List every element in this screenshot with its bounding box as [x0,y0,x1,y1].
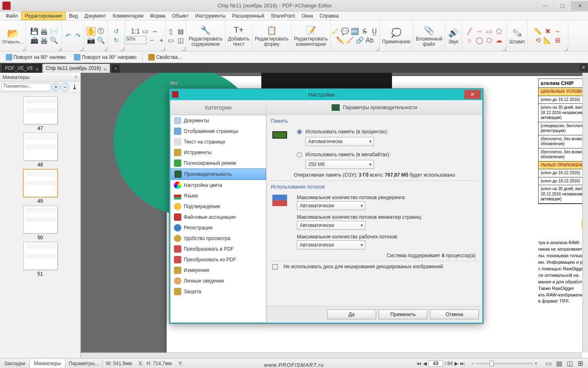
status-params[interactable]: Параметры... [65,361,102,366]
thumbs-zoom-out-button[interactable]: − [61,83,69,91]
menu-tools[interactable]: Инструменты [192,12,229,20]
snapshot-icon[interactable]: 📷 [87,36,96,45]
menu-help[interactable]: Справка [316,12,342,20]
redo-icon[interactable]: ↷ [74,31,82,40]
email-icon[interactable]: ✉️ [49,27,58,36]
layout-status-icon[interactable]: ▭ [544,359,553,368]
menu-document[interactable]: Документ [81,12,109,20]
fit-page-icon[interactable]: ▭ [141,27,150,36]
stamp-icon[interactable]: 🗞️ [511,27,523,38]
cat-fullscreen[interactable]: Полноэкранный режим [171,158,266,168]
maximize-button[interactable]: ▢ [554,1,571,10]
zoom-slider[interactable] [476,363,533,364]
rotate-left-button[interactable]: Поворот на 90° налево [3,53,68,61]
cat-color[interactable]: Настройка цвета [171,180,266,191]
nav-last-icon[interactable]: ⏭ [460,361,465,366]
layout-cover-icon[interactable]: ◫ [176,36,185,45]
cat-accessibility[interactable]: Удобство просмотра [171,233,266,244]
tab-close-icon[interactable]: ✕ [35,67,38,70]
dialog-yes-button[interactable]: Да [327,310,376,319]
dialog-close-button[interactable]: ✕ [464,90,481,99]
fit-actual-icon[interactable]: 1:1 [131,27,140,36]
menu-advanced[interactable]: Расширенный [229,12,268,20]
text-select-icon[interactable]: Ⓣ [96,27,105,36]
undo-icon[interactable]: ↶ [64,31,73,40]
mem-mb-combo[interactable]: 250 Мб [305,160,374,169]
tabbar-close-button[interactable]: ✕ [580,64,587,71]
link-icon[interactable]: 🔗 [355,36,364,45]
menu-edit[interactable]: Редактирование [21,12,66,20]
cache-checkbox[interactable] [272,264,278,269]
thumb-item-selected[interactable]: 49 [22,169,59,204]
cat-tools[interactable]: Иструменты [171,147,266,158]
cat-confirm[interactable]: Подтверждение [171,201,266,212]
cat-documents[interactable]: Документы [171,115,266,126]
edit-content-icon[interactable]: 🔧 [200,25,211,36]
cat-from-pdf[interactable]: Преобразовать из PDF [171,254,266,265]
cat-identity[interactable]: Личные сведения [171,276,266,286]
mem-mb-radio[interactable] [297,152,302,157]
menu-form[interactable]: Форма [147,12,168,20]
thumb-item[interactable]: 51 [22,242,59,277]
sound-icon[interactable]: 🔊 [448,27,459,38]
edit-comments-icon[interactable]: 📝 [305,25,316,36]
pencil-icon[interactable]: ✏️ [336,36,345,45]
tab-close-icon[interactable]: ✕ [103,67,107,70]
categories-list[interactable]: Документы Отображение страницы Текст на … [170,115,266,323]
menu-windows[interactable]: Окна [298,12,316,20]
render-threads-combo[interactable]: Автоматически [297,201,365,210]
print-icon[interactable]: 🖨️ [40,27,49,36]
rotate-cw-icon[interactable]: ↻ [112,36,121,45]
properties-button[interactable]: Свойства... [146,53,184,61]
nav-next-icon[interactable]: ▶ [454,361,458,366]
hand-icon[interactable]: ✋ [87,27,96,36]
doc-tab-2[interactable]: Chip №11 (ноябрь 2016)✕ [42,64,110,73]
thumbs-zoom-in-button[interactable]: + [52,83,60,91]
add-text-icon[interactable]: T+ [233,25,244,36]
dialog-apply-button[interactable]: Применить [379,310,428,319]
edit-form-icon[interactable]: 📋 [266,25,277,36]
zoom-input[interactable]: 50% [125,36,147,44]
folder-open-icon[interactable]: 📂 [7,28,19,39]
layout-facing-icon[interactable]: ▭ [167,36,176,45]
minimize-button[interactable]: — [537,1,554,10]
thumbs-import-icon[interactable]: ⤓ [70,83,79,92]
save-icon[interactable]: 💾 [30,27,39,36]
statustab-thumbnails[interactable]: Миниатюры [30,359,65,368]
zoom-icon[interactable]: 🔍 [96,36,105,45]
menu-view[interactable]: Вид [66,12,81,20]
dialog-cancel-button[interactable]: Отмена [430,310,479,319]
nav-prev-icon[interactable]: ◀ [423,361,427,366]
cat-file-assoc[interactable]: Файловые ассоциации [171,212,266,222]
thumbnails-list[interactable]: 47 48 49 50 51 [0,92,80,358]
printer2-icon[interactable]: 🖨️ [40,36,49,45]
close-button[interactable]: ✕ [571,1,588,10]
cat-security[interactable]: Защита [171,286,266,297]
textbox-icon[interactable]: 🔤 [350,27,359,36]
mem-percent-radio[interactable] [297,129,302,135]
new-tab-button[interactable]: + [111,65,120,73]
callout-icon[interactable]: 💬 [341,27,350,36]
layout-status2-icon[interactable]: ▤ [555,359,564,368]
menu-object[interactable]: Объект [169,12,192,20]
rotate-ccw-icon[interactable]: ↺ [112,27,121,36]
statustab-bookmarks[interactable]: Закладки [0,359,30,368]
thumb-item[interactable]: 48 [22,133,59,168]
cat-performance[interactable]: Производительность [171,168,266,180]
cat-measure[interactable]: Измерения [171,265,266,276]
text-hl-icon[interactable]: Ab [365,36,374,45]
vertical-scrollbar[interactable] [582,73,588,352]
layout-cont-icon[interactable]: ▤ [176,27,185,36]
thumb-item[interactable]: 47 [22,96,59,131]
rotate-right-button[interactable]: Поворот на 90° направо [71,53,139,61]
cat-page-display[interactable]: Отображение страницы [171,126,266,137]
cat-registration[interactable]: Регистрация [171,222,266,233]
menu-comments[interactable]: Комментарии [109,12,147,20]
note-icon[interactable]: 💭 [391,27,402,38]
cat-languages[interactable]: Языки [171,191,266,201]
menu-file[interactable]: Файл [2,12,21,20]
zoom-in-icon[interactable]: + [157,36,166,45]
layout-status3-icon[interactable]: ◫ [565,359,574,368]
underline-icon[interactable]: U̲ [370,27,379,36]
fit-width-icon[interactable]: ↔ [151,27,160,36]
